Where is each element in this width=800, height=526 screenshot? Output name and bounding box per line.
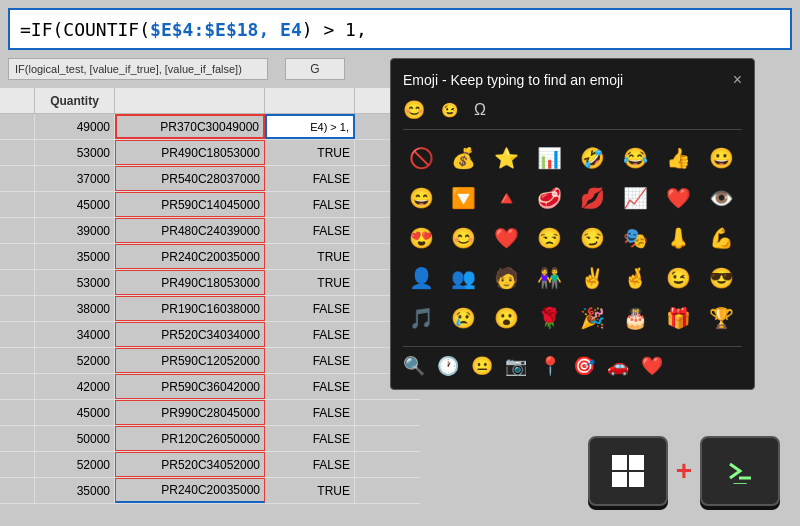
cell-result: FALSE	[265, 166, 355, 191]
cell-er	[0, 426, 35, 451]
cell-quantity: 49000	[35, 114, 115, 139]
emoji-close-button[interactable]: ×	[733, 71, 742, 89]
cell-er	[0, 192, 35, 217]
emoji-item[interactable]: 🔺	[489, 180, 525, 216]
emoji-item[interactable]: 😎	[703, 260, 739, 296]
table-body: 49000 PR370C30049000 E4) > 1, 53000 PR49…	[0, 114, 420, 504]
cell-er	[0, 478, 35, 503]
cell-pr: PR990C28045000	[115, 400, 265, 425]
emoji-item[interactable]: 🎵	[403, 300, 439, 336]
emoji-item[interactable]: 😊	[446, 220, 482, 256]
emoji-item[interactable]: 🌹	[532, 300, 568, 336]
cell-er	[0, 400, 35, 425]
emoji-item[interactable]: 🎭	[617, 220, 653, 256]
cell-er	[0, 218, 35, 243]
table-row: 42000 PR590C36042000 FALSE	[0, 374, 420, 400]
emoji-item[interactable]: 📈	[617, 180, 653, 216]
svg-rect-3	[629, 472, 644, 487]
emoji-item[interactable]: 🥩	[532, 180, 568, 216]
cell-quantity: 50000	[35, 426, 115, 451]
emoji-car-icon[interactable]: 🚗	[607, 355, 629, 377]
emoji-item[interactable]: 😒	[532, 220, 568, 256]
emoji-item[interactable]: 🚫	[403, 140, 439, 176]
emoji-item[interactable]: ❤️	[660, 180, 696, 216]
emoji-tab-smiley[interactable]: 😊	[403, 99, 425, 121]
emoji-item[interactable]: 😀	[703, 140, 739, 176]
emoji-tab-omega[interactable]: Ω	[474, 101, 486, 119]
table-row: 45000 PR590C14045000 FALSE	[0, 192, 420, 218]
cell-er	[0, 140, 35, 165]
col-pr-header	[115, 88, 265, 113]
emoji-location-icon[interactable]: 📍	[539, 355, 561, 377]
cell-result: TRUE	[265, 244, 355, 269]
emoji-item[interactable]: 🏆	[703, 300, 739, 336]
emoji-item[interactable]: 😄	[403, 180, 439, 216]
cell-pr: PR480C24039000	[115, 218, 265, 243]
emoji-heart-icon[interactable]: ❤️	[641, 355, 663, 377]
emoji-item[interactable]: 🔽	[446, 180, 482, 216]
terminal-key: _	[700, 436, 780, 506]
emoji-face-icon[interactable]: 😐	[471, 355, 493, 377]
cell-quantity: 45000	[35, 400, 115, 425]
emoji-item[interactable]: 💪	[703, 220, 739, 256]
emoji-item[interactable]: 🤞	[617, 260, 653, 296]
emoji-item[interactable]: 📊	[532, 140, 568, 176]
emoji-item[interactable]: 🤣	[575, 140, 611, 176]
emoji-panel-title: Emoji - Keep typing to find an emoji	[403, 72, 623, 88]
emoji-item[interactable]: 👃	[660, 220, 696, 256]
formula-if-prefix: =IF(COUNTIF(	[20, 19, 150, 40]
emoji-item[interactable]: 😉	[660, 260, 696, 296]
emoji-tab-text[interactable]: 😉	[441, 102, 458, 118]
emoji-clock-icon[interactable]: 🕐	[437, 355, 459, 377]
cell-result: E4) > 1,	[265, 114, 355, 139]
formula-bar[interactable]: =IF(COUNTIF( $E$4:$E$18, E4 ) > 1,	[8, 8, 792, 50]
cell-result: FALSE	[265, 348, 355, 373]
cell-er	[0, 348, 35, 373]
emoji-camera-icon[interactable]: 📷	[505, 355, 527, 377]
emoji-item[interactable]: 👥	[446, 260, 482, 296]
emoji-search-icon[interactable]: 🔍	[403, 355, 425, 377]
emoji-item[interactable]: ⭐	[489, 140, 525, 176]
emoji-item[interactable]: 😢	[446, 300, 482, 336]
keyboard-shortcut: + _	[588, 436, 780, 506]
table-row: 53000 PR490C18053000 TRUE	[0, 270, 420, 296]
plus-sign: +	[676, 455, 692, 487]
emoji-item[interactable]: 🧑	[489, 260, 525, 296]
emoji-item[interactable]: ✌️	[575, 260, 611, 296]
cell-quantity: 35000	[35, 478, 115, 503]
cell-quantity: 52000	[35, 452, 115, 477]
table-row: 49000 PR370C30049000 E4) > 1,	[0, 114, 420, 140]
cell-quantity: 52000	[35, 348, 115, 373]
emoji-item[interactable]: 👁️	[703, 180, 739, 216]
cell-pr: PR590C36042000	[115, 374, 265, 399]
emoji-target-icon[interactable]: 🎯	[573, 355, 595, 377]
emoji-item[interactable]: 👫	[532, 260, 568, 296]
emoji-item[interactable]: 😏	[575, 220, 611, 256]
table-row: 37000 PR540C28037000 FALSE	[0, 166, 420, 192]
cell-result: FALSE	[265, 452, 355, 477]
emoji-item[interactable]: 💰	[446, 140, 482, 176]
cell-result: FALSE	[265, 218, 355, 243]
spreadsheet-table: Quantity 49000 PR370C30049000 E4) > 1, 5…	[0, 88, 420, 504]
cell-pr: PR520C34052000	[115, 452, 265, 477]
emoji-item[interactable]: 🎉	[575, 300, 611, 336]
emoji-item[interactable]: 😮	[489, 300, 525, 336]
emoji-item[interactable]: 👤	[403, 260, 439, 296]
cell-er	[0, 374, 35, 399]
emoji-item[interactable]: 👍	[660, 140, 696, 176]
table-row: 52000 PR520C34052000 FALSE	[0, 452, 420, 478]
cell-er	[0, 244, 35, 269]
emoji-item[interactable]: 🎁	[660, 300, 696, 336]
emoji-item[interactable]: 😂	[617, 140, 653, 176]
col-g-header: G	[285, 58, 345, 80]
cell-result: FALSE	[265, 192, 355, 217]
table-row: 35000 PR240C20035000 TRUE	[0, 244, 420, 270]
table-row: 53000 PR490C18053000 TRUE	[0, 140, 420, 166]
emoji-item[interactable]: 🎂	[617, 300, 653, 336]
emoji-item[interactable]: 💋	[575, 180, 611, 216]
cell-result: TRUE	[265, 478, 355, 503]
emoji-item[interactable]: 😍	[403, 220, 439, 256]
formula-suffix: ) > 1,	[302, 19, 367, 40]
emoji-item[interactable]: ❤️	[489, 220, 525, 256]
function-hint-bar: IF(logical_test, [value_if_true], [value…	[8, 58, 268, 80]
